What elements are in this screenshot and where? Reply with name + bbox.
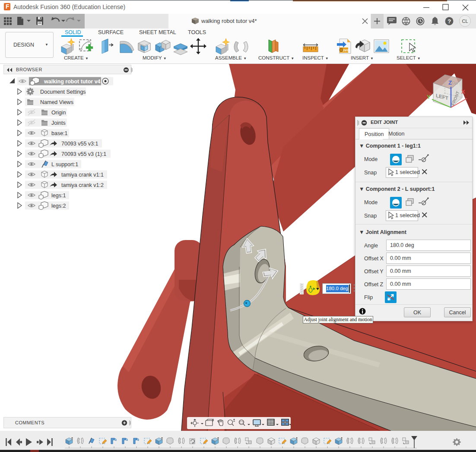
svg-text:walking robot tutor v4: walking robot tutor v4 bbox=[44, 79, 101, 85]
svg-text:SVG: SVG bbox=[343, 48, 350, 52]
svg-text:70093 v55 v3:1: 70093 v55 v3:1 bbox=[61, 141, 98, 147]
svg-text:70093 v55 v3 (1):1: 70093 v55 v3 (1):1 bbox=[61, 151, 106, 157]
svg-text:legs:2: legs:2 bbox=[51, 203, 66, 209]
svg-text:X: X bbox=[461, 89, 465, 95]
svg-text:Origin: Origin bbox=[51, 110, 66, 116]
svg-text:Y: Y bbox=[427, 94, 431, 100]
svg-text:legs:1: legs:1 bbox=[51, 193, 66, 199]
svg-text:Z: Z bbox=[448, 79, 452, 86]
svg-text:?: ? bbox=[447, 18, 451, 25]
svg-text:Joints: Joints bbox=[51, 120, 66, 126]
svg-text:base:1: base:1 bbox=[51, 130, 68, 136]
svg-text:Named Views: Named Views bbox=[40, 99, 73, 105]
svg-text:L support:1: L support:1 bbox=[51, 161, 78, 168]
svg-text:tamiya crank v1:1: tamiya crank v1:1 bbox=[61, 172, 104, 178]
svg-text:Document Settings: Document Settings bbox=[40, 89, 86, 95]
svg-text:tamiya crank v1:2: tamiya crank v1:2 bbox=[61, 182, 104, 188]
